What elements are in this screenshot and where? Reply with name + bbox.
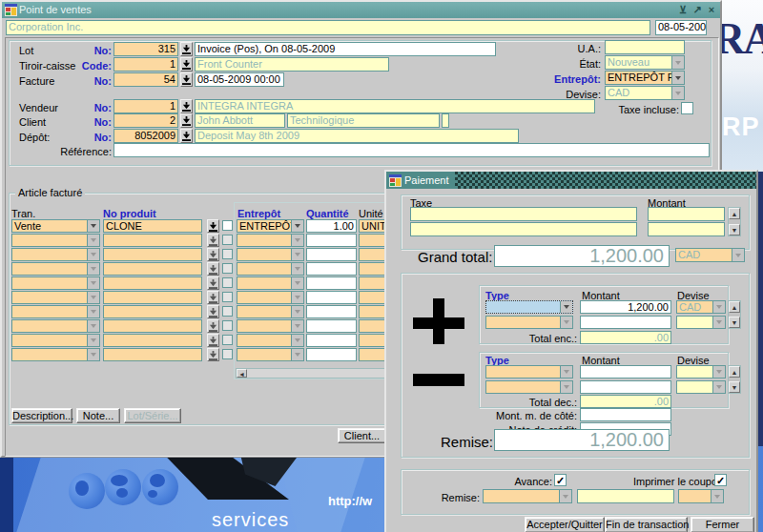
chevron-down-icon[interactable]	[712, 366, 725, 378]
noproduit-field[interactable]	[103, 276, 202, 290]
vendeur-no-field[interactable]: 1	[113, 99, 178, 113]
chevron-down-icon[interactable]	[560, 317, 572, 328]
scroll-down-icon[interactable]: ▼	[729, 317, 740, 328]
row-checkbox[interactable]	[222, 277, 233, 288]
chevron-down-icon[interactable]	[87, 335, 99, 346]
client-button[interactable]: Client...	[338, 428, 386, 443]
lot-lov-button[interactable]	[180, 42, 193, 56]
remise-montant-field[interactable]	[577, 489, 674, 503]
imprimer-coupon-checkbox[interactable]: ✓	[714, 474, 727, 486]
row-entrepot-dropdown[interactable]: ENTREPÔT...	[237, 219, 304, 233]
tiroir-desc-field[interactable]: Front Counter	[195, 57, 389, 72]
chevron-down-icon[interactable]	[291, 277, 303, 289]
chevron-down-icon[interactable]	[291, 249, 303, 260]
fermer-button[interactable]: Fermer	[691, 517, 754, 532]
lot-desc-field[interactable]: Invoice (Pos), On 08-05-2009	[195, 42, 496, 56]
chevron-down-icon[interactable]	[291, 306, 303, 317]
client-extra-field[interactable]	[442, 113, 449, 128]
tran-dropdown[interactable]	[11, 262, 100, 276]
chevron-down-icon[interactable]	[87, 220, 99, 232]
date-field[interactable]: 08-05-2009	[655, 20, 707, 35]
row-checkbox[interactable]	[222, 235, 233, 245]
row-checkbox[interactable]	[222, 249, 233, 259]
chevron-down-icon[interactable]	[732, 249, 744, 261]
fin-transaction-button[interactable]: Fin de transaction	[605, 517, 688, 532]
tran-dropdown[interactable]	[11, 248, 100, 261]
row-checkbox[interactable]	[222, 306, 233, 317]
ua-field[interactable]	[605, 40, 685, 54]
plus-devise-dropdown2[interactable]	[676, 316, 726, 329]
minus-montant-field2[interactable]	[580, 380, 671, 394]
chevron-down-icon[interactable]	[712, 381, 725, 393]
depot-lov-button[interactable]	[180, 129, 193, 143]
row-entrepot-dropdown[interactable]	[237, 319, 304, 333]
taxe-montant-field[interactable]	[648, 207, 725, 221]
row-entrepot-dropdown[interactable]	[237, 262, 304, 276]
scroll-up-icon[interactable]: ▲	[729, 301, 740, 313]
facture-no-field[interactable]: 54	[113, 72, 178, 87]
quantite-field[interactable]	[306, 305, 357, 318]
chevron-down-icon[interactable]	[87, 277, 99, 289]
row-entrepot-dropdown[interactable]	[237, 276, 304, 290]
plus-montant-field[interactable]: 1,200.00	[580, 300, 671, 314]
tran-dropdown[interactable]	[11, 305, 100, 318]
chevron-down-icon[interactable]	[671, 72, 684, 84]
noproduit-field[interactable]	[103, 319, 202, 333]
taxe-field[interactable]	[410, 222, 637, 236]
plus-scrollbar[interactable]: ▲▼	[728, 300, 741, 329]
chevron-down-icon[interactable]	[87, 249, 99, 260]
tiroir-code-field[interactable]: 1	[113, 57, 178, 72]
minus-scrollbar[interactable]: ▲▼	[728, 365, 741, 394]
remise-type-dropdown[interactable]	[483, 489, 572, 503]
minus-type-dropdown[interactable]	[485, 365, 573, 379]
vendeur-lov-button[interactable]	[180, 99, 193, 113]
tran-dropdown[interactable]	[11, 234, 100, 247]
chevron-down-icon[interactable]	[87, 235, 99, 246]
company-field[interactable]: Corporation Inc.	[6, 20, 650, 35]
chevron-down-icon[interactable]	[560, 301, 572, 313]
tran-dropdown[interactable]	[11, 291, 100, 304]
scroll-down-icon[interactable]: ▼	[729, 381, 740, 393]
row-entrepot-dropdown[interactable]	[237, 248, 304, 261]
description-button[interactable]: Description...	[11, 408, 72, 423]
row-checkbox[interactable]	[222, 263, 233, 274]
chevron-down-icon[interactable]	[560, 381, 572, 393]
chevron-down-icon[interactable]	[559, 490, 571, 502]
chevron-down-icon[interactable]	[87, 263, 99, 275]
quantite-field[interactable]	[306, 334, 357, 347]
chevron-down-icon[interactable]	[560, 366, 572, 378]
row-entrepot-dropdown[interactable]	[237, 291, 304, 304]
tiroir-lov-button[interactable]	[180, 57, 193, 72]
minus-type-dropdown2[interactable]	[485, 380, 573, 394]
row-lov-button[interactable]	[207, 334, 219, 347]
taxe-montant-field[interactable]	[648, 222, 725, 236]
quantite-field[interactable]	[306, 248, 357, 261]
mont-cote-field[interactable]	[580, 408, 671, 421]
lot-serie-button[interactable]: Lot/Série...	[124, 408, 181, 423]
noproduit-field[interactable]	[103, 248, 202, 261]
client-name-field[interactable]: John Abbott	[195, 113, 285, 128]
plus-montant-field2[interactable]	[580, 316, 671, 329]
chevron-down-icon[interactable]	[291, 220, 303, 232]
scroll-up-icon[interactable]: ▲	[729, 208, 740, 219]
chevron-down-icon[interactable]	[291, 349, 303, 360]
plus-devise-dropdown[interactable]: CAD	[676, 300, 726, 314]
taxe-scrollbar[interactable]: ▲▼	[728, 207, 741, 236]
noproduit-field[interactable]	[103, 305, 202, 318]
tran-dropdown[interactable]	[11, 276, 100, 290]
chevron-down-icon[interactable]	[291, 263, 303, 275]
noproduit-field[interactable]	[103, 334, 202, 347]
row-lov-button[interactable]	[207, 305, 219, 318]
lot-no-field[interactable]: 315	[113, 42, 178, 56]
chevron-down-icon[interactable]	[87, 320, 99, 332]
row-lov-button[interactable]	[207, 219, 219, 233]
row-lov-button[interactable]	[207, 276, 219, 290]
restore-icon[interactable]: ↗	[691, 2, 704, 18]
minimize-icon[interactable]: ⊻	[676, 2, 690, 18]
row-checkbox[interactable]	[222, 220, 233, 231]
row-lov-button[interactable]	[207, 291, 219, 304]
entrepot-dropdown[interactable]: ENTREPÔT P...	[605, 71, 685, 85]
quantite-field[interactable]	[306, 234, 357, 247]
minus-devise-dropdown2[interactable]	[676, 380, 726, 394]
taxe-field[interactable]	[410, 207, 637, 221]
